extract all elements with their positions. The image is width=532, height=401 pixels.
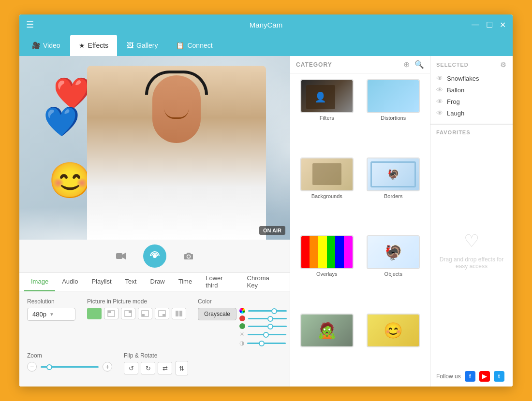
resolution-chevron: ▼	[49, 312, 54, 317]
rgb-slider-row	[239, 308, 287, 314]
eye-icon-frog[interactable]: 👁	[436, 98, 443, 105]
on-air-badge: ON AIR	[259, 226, 285, 235]
red-slider[interactable]	[248, 318, 287, 319]
category-item-distortions[interactable]: Distortions	[361, 77, 427, 155]
filters-face: 👤	[306, 85, 335, 109]
tab-gallery[interactable]: 🖼 Gallery	[118, 35, 166, 56]
category-item-overlays[interactable]: Overlays	[294, 233, 360, 311]
color-wheel-icon	[239, 308, 245, 314]
minimize-button[interactable]: —	[472, 20, 479, 29]
rotate-right-button[interactable]: ↻	[141, 362, 155, 374]
contrast-icon: ◑	[239, 340, 244, 346]
hue-slider[interactable]	[248, 310, 287, 312]
tab-chroma-key[interactable]: Chroma Key	[240, 273, 285, 291]
category-item-filters[interactable]: 👤 Filters	[294, 77, 360, 155]
selected-item-ballon: 👁 Ballon	[436, 84, 507, 96]
twitter-button[interactable]: t	[494, 371, 504, 382]
pip-option-tr[interactable]	[121, 308, 135, 319]
zoom-slider[interactable]	[41, 366, 99, 368]
pip-option-full[interactable]	[87, 308, 102, 319]
brightness-slider[interactable]	[248, 334, 286, 335]
category-header: CATEGORY ⊕ 🔍	[290, 56, 430, 73]
camera-button[interactable]	[112, 247, 130, 265]
flip-horizontal-button[interactable]: ⇄	[158, 362, 172, 374]
eye-icon-laugh[interactable]: 👁	[436, 109, 443, 117]
distortions-thumb-bg	[368, 80, 419, 112]
close-button[interactable]: ✕	[500, 20, 506, 29]
eye-icon-snowflakes[interactable]: 👁	[436, 74, 443, 82]
category-search-button[interactable]: 🔍	[414, 60, 424, 69]
tab-image[interactable]: Image	[24, 273, 55, 291]
tab-playlist[interactable]: Playlist	[85, 273, 118, 291]
tab-draw[interactable]: Draw	[143, 273, 171, 291]
pip-label: Picture in Picture mode	[87, 298, 186, 305]
tab-lower-third[interactable]: Lower third	[199, 273, 240, 291]
facebook-button[interactable]: f	[465, 371, 475, 382]
backgrounds-label: Backgrounds	[311, 193, 342, 199]
effects-star-icon: ★	[79, 42, 85, 49]
selected-filter-icon[interactable]: ⚙	[500, 61, 507, 69]
category-item-objects[interactable]: 🦃 Objects	[361, 233, 427, 311]
green-slider[interactable]	[248, 326, 287, 327]
contrast-slider[interactable]	[247, 343, 286, 344]
category-add-button[interactable]: ⊕	[403, 60, 410, 69]
backgrounds-thumb-bg	[301, 158, 353, 190]
nav-tabs: 🎥 Video ★ Effects 🖼 Gallery 📋 Connect	[19, 35, 513, 56]
category-item-face2[interactable]: 😊	[361, 312, 427, 383]
flip-label: Flip & Rotate	[124, 352, 189, 359]
pip-option-split[interactable]	[172, 308, 186, 319]
tab-time[interactable]: Time	[172, 273, 199, 291]
category-item-face1[interactable]: 🧟	[294, 312, 360, 383]
zoom-in-button[interactable]: +	[103, 362, 112, 372]
zoom-label: Zoom	[27, 352, 112, 359]
resolution-select[interactable]: 480p ▼	[27, 308, 75, 321]
category-title: CATEGORY	[296, 61, 332, 68]
pip-option-bl[interactable]	[138, 308, 152, 319]
pip-option-br[interactable]	[155, 308, 169, 319]
tab-audio[interactable]: Audio	[55, 273, 85, 291]
svg-rect-13	[179, 311, 182, 316]
rotate-left-button[interactable]: ↺	[124, 362, 138, 374]
snapshot-button[interactable]	[180, 247, 197, 265]
title-bar: ☰ ManyCam — ☐ ✕	[19, 14, 513, 35]
zoom-out-button[interactable]: −	[27, 362, 37, 372]
menu-icon[interactable]: ☰	[26, 19, 34, 30]
overlays-label: Overlays	[316, 271, 337, 277]
color-controls: Grayscale	[198, 308, 287, 346]
tab-connect[interactable]: 📋 Connect	[167, 35, 221, 56]
app-window: ☰ ManyCam — ☐ ✕ 🎥 Video ★ Effects 🖼 Gall…	[19, 14, 513, 387]
category-item-backgrounds[interactable]: Backgrounds	[294, 156, 360, 233]
favorites-title: FAVORITES	[436, 129, 507, 135]
overlays-thumb-bg	[301, 236, 353, 268]
maximize-button[interactable]: ☐	[486, 20, 493, 29]
distortions-label: Distortions	[381, 115, 406, 121]
video-icon: 🎥	[32, 42, 40, 49]
person-area	[87, 66, 266, 240]
youtube-button[interactable]: ▶	[479, 371, 490, 382]
tab-text[interactable]: Text	[118, 273, 144, 291]
borders-label: Borders	[384, 193, 403, 199]
tab-effects[interactable]: ★ Effects	[70, 35, 118, 56]
grayscale-button[interactable]: Grayscale	[198, 308, 236, 320]
eye-icon-ballon[interactable]: 👁	[436, 86, 443, 94]
borders-thumb-bg: 🦃	[368, 158, 419, 190]
connect-icon: 📋	[176, 42, 184, 49]
gallery-icon: 🖼	[127, 42, 133, 49]
category-item-borders[interactable]: 🦃 Borders	[361, 156, 427, 233]
broadcast-button[interactable]	[143, 244, 166, 268]
heart-icon: ♡	[464, 231, 479, 251]
color-group: Color Grayscale	[198, 298, 287, 346]
overlays-thumb	[300, 235, 354, 269]
green-dot	[239, 323, 245, 329]
main-content: ❤️ 💙 😊 🐸 ON	[19, 56, 513, 387]
zoom-controls: − +	[27, 362, 112, 372]
pip-option-tl[interactable]	[104, 308, 118, 319]
flip-rotate-controls: ↺ ↻ ⇄ ⇄	[124, 362, 189, 374]
borders-thumb: 🦃	[367, 158, 420, 191]
objects-label: Objects	[384, 271, 402, 277]
flip-vertical-button[interactable]: ⇄	[176, 361, 188, 375]
svg-rect-0	[116, 253, 122, 259]
selected-section: SELECTED ⚙ 👁 Snowflakes 👁 Ballon 👁 Frog …	[430, 56, 513, 124]
tab-video[interactable]: 🎥 Video	[23, 35, 69, 56]
objects-icon: 🦃	[368, 236, 419, 268]
